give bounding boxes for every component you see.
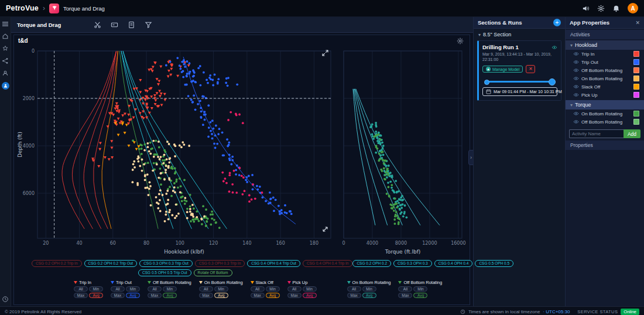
model-chip-csg-0-4-oph-0-4-trip-in[interactable]: CSG 0.4 OPH 0.4 Trip In (303, 260, 353, 267)
model-chip-csg-0-4-oph-0-4-trip-out[interactable]: CSG 0.4 OPH 0.4 Trip Out (247, 260, 300, 267)
model-chip-rotate-off-bottom[interactable]: Rotate Off Bottom (194, 269, 232, 276)
legend-on-bottom-rotating-min-button[interactable]: Min (214, 286, 228, 292)
activity-item-pick-up[interactable]: Pick Up (566, 91, 644, 99)
card-view-icon[interactable] (111, 21, 118, 29)
legend-trip-out-max-button[interactable]: Max (111, 293, 125, 298)
home-icon[interactable] (2, 33, 9, 40)
chevron-down-icon[interactable]: ▾ (570, 102, 573, 108)
legend-off-bottom-rotating-all-button[interactable]: All (398, 286, 412, 292)
visibility-eye-icon[interactable] (573, 84, 579, 89)
legend-on-bottom-rotating-min-button[interactable]: Min (362, 286, 376, 292)
utc-offset[interactable]: · UTC+05:30 (543, 309, 570, 314)
activity-item-on-bottom-rotating[interactable]: On Bottom Rotating (566, 74, 644, 83)
add-section-plus-icon[interactable]: + (553, 19, 561, 26)
brand-logo[interactable]: PetroVue (6, 4, 39, 12)
legend-pick-up-max-button[interactable]: Max (287, 293, 302, 298)
chevron-down-icon[interactable]: ▾ (570, 43, 573, 48)
legend-trip-in-all-button[interactable]: All (74, 286, 88, 292)
model-chip-csg-0-5-oph-0-5[interactable]: CSG 0.5 OPH 0.5 (475, 260, 513, 267)
run-card[interactable]: Drilling Run 1 Mar 9, 2019, 13:44:13 - M… (477, 40, 561, 101)
legend-trip-out-all-button[interactable]: All (111, 286, 125, 292)
run-visibility-eye-icon[interactable] (551, 45, 557, 50)
activity-group-torque[interactable]: ▾Torque (566, 100, 644, 109)
filter-funnel-icon[interactable] (145, 21, 152, 29)
history-clock-icon[interactable] (2, 296, 9, 303)
legend-slack-off-min-button[interactable]: Min (266, 286, 280, 292)
user-avatar[interactable]: A (628, 3, 638, 13)
date-range-input[interactable]: Mar 09 01:44 PM - Mar 10 10:31 PM (482, 87, 557, 96)
model-chip-csg-0-5-oph-0-5-trip-out[interactable]: CSG 0.5 OPH 0.5 Trip Out (138, 269, 191, 276)
visibility-eye-icon[interactable] (573, 52, 579, 56)
hamburger-menu-icon[interactable] (2, 20, 9, 28)
favorites-star-icon[interactable] (2, 45, 9, 52)
legend-pick-up-min-button[interactable]: Min (303, 286, 317, 292)
model-chip-csg-0-3-oph-0-3[interactable]: CSG 0.3 OPH 0.3 (393, 260, 432, 267)
volume-icon[interactable] (582, 5, 590, 12)
model-chip-csg-0-3-oph-0-3-trip-in[interactable]: CSG 0.3 OPH 0.3 Trip In (195, 260, 245, 267)
slider-end-handle[interactable] (549, 78, 556, 85)
legend-trip-out-min-button[interactable]: Min (126, 286, 140, 292)
legend-trip-in-avg-button[interactable]: Avg (89, 293, 103, 298)
settings-gear-icon[interactable] (597, 5, 605, 12)
legend-on-bottom-rotating-max-button[interactable]: Max (199, 293, 213, 298)
legend-off-bottom-rotating-max-button[interactable]: Max (398, 293, 412, 298)
visibility-eye-icon[interactable] (573, 111, 579, 116)
hookload-depth-chart[interactable]: 204060801001201401601800200040006000Hook… (16, 46, 334, 256)
time-range-slider[interactable] (484, 77, 556, 85)
model-chip-csg-0-2-oph-0-2[interactable]: CSG 0.2 OPH 0.2 (352, 260, 391, 267)
legend-trip-out-avg-button[interactable]: Avg (126, 293, 140, 298)
legend-on-bottom-rotating-avg-button[interactable]: Avg (214, 293, 228, 298)
activity-item-trip-out[interactable]: Trip Out (566, 58, 644, 66)
activity-item-off-bottom-rotating[interactable]: Off Bottom Rotating (566, 66, 644, 74)
legend-slack-off-max-button[interactable]: Max (251, 293, 265, 298)
activity-item-trip-in[interactable]: Trip In (566, 50, 644, 58)
notifications-bell-icon[interactable] (612, 5, 620, 12)
activity-name-input[interactable] (569, 129, 624, 138)
legend-slack-off-all-button[interactable]: All (251, 286, 265, 292)
legend-off-bottom-rotating-avg-button[interactable]: Avg (163, 293, 177, 298)
legend-pick-up-avg-button[interactable]: Avg (303, 293, 317, 298)
expand-chart-icon[interactable] (322, 50, 328, 56)
visibility-eye-icon[interactable] (573, 60, 579, 64)
remove-run-x-icon[interactable]: ✕ (526, 65, 535, 73)
resize-chart-icon[interactable] (322, 226, 328, 232)
visibility-eye-icon[interactable] (573, 68, 579, 73)
activity-item-slack-off[interactable]: Slack Off (566, 83, 644, 91)
user-profile-icon[interactable] (2, 70, 9, 77)
model-chip-csg-0-3-oph-0-3-trip-out[interactable]: CSG 0.3 OPH 0.3 Trip Out (139, 260, 193, 267)
model-chip-csg-0-4-oph-0-4[interactable]: CSG 0.4 OPH 0.4 (434, 260, 473, 267)
report-document-icon[interactable] (128, 21, 135, 29)
legend-off-bottom-rotating-avg-button[interactable]: Avg (413, 293, 427, 298)
legend-on-bottom-rotating-max-button[interactable]: Max (347, 293, 361, 298)
visibility-eye-icon[interactable] (573, 76, 579, 81)
model-chip-csg-0-2-oph-0-2-trip-in[interactable]: CSG 0.2 OPH 0.2 Trip In (32, 260, 82, 267)
legend-slack-off-avg-button[interactable]: Avg (266, 293, 280, 298)
connect-status-icon[interactable] (2, 82, 9, 90)
section-toggle[interactable]: ▾ 8.5" Section (474, 29, 565, 39)
legend-trip-in-min-button[interactable]: Min (89, 286, 103, 292)
torque-depth-chart[interactable]: 0400080001200016000Torque (ft.lbf) (338, 46, 471, 256)
legend-off-bottom-rotating-max-button[interactable]: Max (148, 293, 162, 298)
model-chip-csg-0-2-oph-0-2-trip-out[interactable]: CSG 0.2 OPH 0.2 Trip Out (84, 260, 138, 267)
legend-on-bottom-rotating-avg-button[interactable]: Avg (362, 293, 376, 298)
legend-off-bottom-rotating-min-button[interactable]: Min (163, 286, 177, 292)
activity-item-off-bottom-rotating[interactable]: Off Bottom Rotating (566, 118, 644, 126)
legend-trip-in-max-button[interactable]: Max (74, 293, 88, 298)
activity-group-hookload[interactable]: ▾Hookload (566, 40, 644, 50)
close-panel-x-icon[interactable]: ✕ (635, 20, 640, 26)
chart-settings-gear-icon[interactable] (457, 37, 464, 44)
visibility-eye-icon[interactable] (573, 119, 579, 124)
manage-model-button[interactable]: ▲ Manage Model (482, 66, 523, 73)
legend-on-bottom-rotating-all-button[interactable]: All (199, 286, 213, 292)
add-activity-button[interactable]: Add (624, 129, 640, 138)
collapse-panel-chevron-icon[interactable]: › (468, 150, 473, 165)
legend-pick-up-all-button[interactable]: All (287, 286, 302, 292)
legend-off-bottom-rotating-min-button[interactable]: Min (413, 286, 427, 292)
slider-start-handle[interactable] (484, 80, 489, 85)
legend-off-bottom-rotating-all-button[interactable]: All (148, 286, 162, 292)
activity-item-on-bottom-rotating[interactable]: On Bottom Rotating (566, 109, 644, 118)
snapshot-scissors-icon[interactable] (94, 21, 101, 29)
legend-on-bottom-rotating-all-button[interactable]: All (347, 286, 361, 292)
visibility-eye-icon[interactable] (573, 93, 579, 97)
share-nodes-icon[interactable] (2, 57, 9, 64)
